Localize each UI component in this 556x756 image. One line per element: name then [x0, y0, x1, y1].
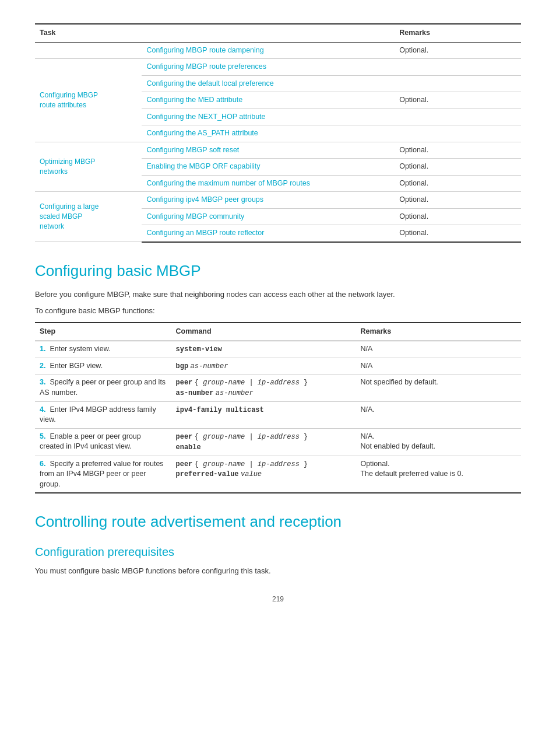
table-row: 5. Enable a peer or peer group created i…	[35, 428, 521, 456]
task-remarks	[395, 75, 521, 92]
table-row: 4. Enter IPv4 MBGP address family view. …	[35, 401, 521, 428]
table-row: 3. Specify a peer or peer group and its …	[35, 374, 521, 402]
cmd-cell: peer { group-name | ip-address } as-numb…	[171, 374, 356, 402]
cmd-cell: bgp as-number	[171, 358, 356, 374]
cmd-cell: peer { group-name | ip-address } enable	[171, 428, 356, 456]
task-link[interactable]: Configuring the maximum number of MBGP r…	[142, 175, 395, 192]
task-link[interactable]: Configuring MBGP community	[142, 208, 395, 225]
task-remarks	[395, 125, 521, 142]
task-group	[35, 42, 142, 59]
task-remarks: Optional.	[395, 208, 521, 225]
table-row: 6. Specify a preferred value for routes …	[35, 456, 521, 493]
task-link[interactable]: Configuring the AS_PATH attribute	[142, 125, 395, 142]
section1-intro1: Before you configure MBGP, make sure tha…	[35, 289, 521, 300]
remarks-cell: N/A.	[356, 401, 521, 428]
table-row: Optimizing MBGPnetworks Configuring MBGP…	[35, 142, 521, 159]
section2-title: Controlling route advertisement and rece…	[35, 511, 521, 532]
step-number: 5.	[40, 432, 45, 440]
task-remarks: Optional.	[395, 142, 521, 159]
cmd-text: ipv4-family multicast	[176, 406, 264, 414]
table-row: 2. Enter BGP view. bgp as-number N/A	[35, 358, 521, 374]
table-row: Configuring a largescaled MBGPnetwork Co…	[35, 192, 521, 209]
top-table-col2-header	[142, 24, 395, 42]
table-row: Configuring MBGP route dampening Optiona…	[35, 42, 521, 59]
step-number: 1.	[40, 345, 45, 353]
cmd-cell: peer { group-name | ip-address } preferr…	[171, 456, 356, 493]
cmd-arg: { group-name | ip-address }	[195, 460, 308, 468]
step-number: 2.	[40, 362, 45, 370]
cmd-arg: as-number	[191, 362, 228, 370]
task-remarks	[395, 59, 521, 76]
section2-subsection: Configuration prerequisites	[35, 544, 521, 560]
remarks-cell: Optional.The default preferred value is …	[356, 456, 521, 493]
top-table: Task Remarks Configuring MBGP route damp…	[35, 23, 521, 243]
task-group: Configuring MBGProute attributes	[35, 59, 142, 142]
cmd-text2: enable	[176, 443, 201, 452]
cmd-text: peer	[176, 460, 193, 468]
task-remarks: Optional.	[395, 92, 521, 109]
task-link[interactable]: Configuring an MBGP route reflector	[142, 225, 395, 242]
remarks-cell: N/A.Not enabled by default.	[356, 428, 521, 456]
task-link[interactable]: Configuring the default local preference	[142, 75, 395, 92]
task-remarks: Optional.	[395, 192, 521, 209]
top-table-col1-header: Task	[35, 24, 142, 42]
cmd-arg: { group-name | ip-address }	[195, 433, 308, 441]
task-link[interactable]: Configuring MBGP route dampening	[142, 42, 395, 59]
task-link[interactable]: Configuring MBGP route preferences	[142, 59, 395, 76]
cmd-cell: ipv4-family multicast	[171, 401, 356, 428]
task-remarks: Optional.	[395, 42, 521, 59]
cmd-text: peer	[176, 379, 193, 387]
cmd-cell: system-view	[171, 341, 356, 358]
section1-intro2: To configure basic MBGP functions:	[35, 306, 521, 316]
task-link[interactable]: Configuring the NEXT_HOP attribute	[142, 108, 395, 125]
cmd-text: system-view	[176, 345, 222, 354]
remarks-cell: Not specified by default.	[356, 374, 521, 402]
task-remarks: Optional.	[395, 175, 521, 192]
basic-table-cmd-header: Command	[171, 323, 356, 341]
task-link[interactable]: Configuring MBGP soft reset	[142, 142, 395, 159]
step-cell: 4. Enter IPv4 MBGP address family view.	[35, 401, 171, 428]
step-cell: 5. Enable a peer or peer group created i…	[35, 428, 171, 456]
top-table-col3-header: Remarks	[395, 24, 521, 42]
cmd-text: peer	[176, 433, 193, 441]
task-link[interactable]: Configuring ipv4 MBGP peer groups	[142, 192, 395, 209]
step-cell: 1. Enter system view.	[35, 341, 171, 358]
cmd-arg: { group-name | ip-address }	[195, 379, 308, 387]
task-link[interactable]: Configuring the MED attribute	[142, 92, 395, 109]
basic-table-step-header: Step	[35, 323, 171, 341]
task-remarks: Optional.	[395, 159, 521, 176]
step-number: 6.	[40, 460, 45, 468]
cmd-text2: preferred-value	[176, 470, 239, 478]
basic-table-remarks-header: Remarks	[356, 323, 521, 341]
task-group: Configuring a largescaled MBGPnetwork	[35, 192, 142, 242]
task-remarks	[395, 108, 521, 125]
task-group: Optimizing MBGPnetworks	[35, 142, 142, 192]
cmd-text2: as-number	[176, 389, 214, 397]
step-number: 4.	[40, 405, 45, 414]
table-row: 1. Enter system view. system-view N/A	[35, 341, 521, 358]
table-row: Configuring MBGProute attributes Configu…	[35, 59, 521, 76]
section1-title: Configuring basic MBGP	[35, 260, 521, 281]
remarks-cell: N/A	[356, 358, 521, 374]
step-number: 3.	[40, 378, 45, 386]
cmd-arg2: value	[241, 470, 262, 478]
step-cell: 2. Enter BGP view.	[35, 358, 171, 374]
step-cell: 6. Specify a preferred value for routes …	[35, 456, 171, 493]
cmd-arg2: as-number	[216, 389, 254, 397]
task-remarks: Optional.	[395, 225, 521, 242]
remarks-cell: N/A	[356, 341, 521, 358]
task-link[interactable]: Enabling the MBGP ORF capability	[142, 159, 395, 176]
section2-body: You must configure basic MBGP functions …	[35, 566, 521, 576]
page-number: 219	[35, 594, 521, 604]
cmd-text: bgp	[176, 362, 189, 370]
basic-mbgp-table: Step Command Remarks 1. Enter system vie…	[35, 322, 521, 494]
step-cell: 3. Specify a peer or peer group and its …	[35, 374, 171, 402]
